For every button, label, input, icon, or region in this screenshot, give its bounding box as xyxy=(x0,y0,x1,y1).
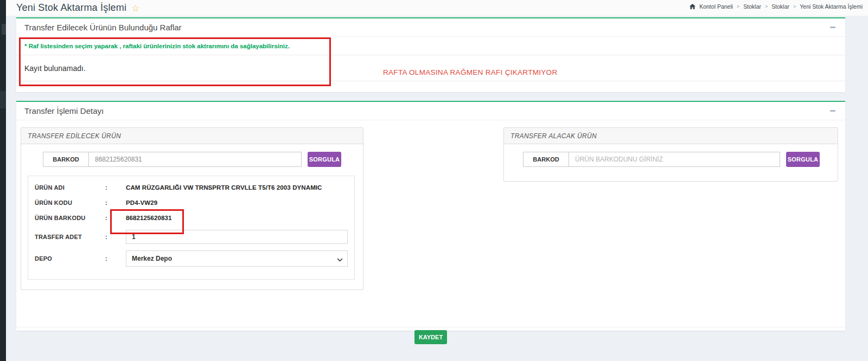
warehouse-row: DEPO : Merkez Depo xyxy=(35,250,348,267)
product-code-row: ÜRÜN KODU : PD4-VW29 xyxy=(35,199,348,206)
breadcrumb-item-stoklar-1[interactable]: Stoklar xyxy=(743,3,761,10)
source-product-details: ÜRÜN ADI : CAM RÜZGARLIĞI VW TRNSPRTR CR… xyxy=(28,176,355,280)
source-barcode-group: BARKOD SORGULA xyxy=(43,152,341,167)
collapse-icon[interactable] xyxy=(828,107,837,115)
product-barcode-label: ÜRÜN BARKODU xyxy=(35,215,105,221)
product-barcode-value: 8682125620831 xyxy=(126,215,171,221)
transfer-detail-body: TRANSFER EDİLECEK ÜRÜN BARKOD SORGULA ÜR… xyxy=(16,120,845,330)
annotation-note: RAFTA OLMASINA RAĞMEN RAFI ÇIKARTMIYOR xyxy=(383,68,557,76)
target-query-button[interactable]: SORGULA xyxy=(786,152,820,167)
breadcrumb-item-current: Yeni Stok Aktarma İşlemi xyxy=(800,3,863,10)
breadcrumb-separator: > xyxy=(793,4,796,9)
breadcrumb-separator: > xyxy=(737,4,739,9)
warehouse-select[interactable]: Merkez Depo xyxy=(126,250,348,267)
shelves-panel: Transfer Edilecek Ürünün Bulunduğu Rafla… xyxy=(16,17,845,92)
colon-separator: : xyxy=(105,234,126,240)
source-product-panel: TRANSFER EDİLECEK ÜRÜN BARKOD SORGULA ÜR… xyxy=(21,127,363,290)
breadcrumb-item-stoklar-2[interactable]: Stoklar xyxy=(771,3,789,10)
transfer-qty-row: TRASFER ADET : xyxy=(35,230,348,244)
collapse-icon[interactable] xyxy=(828,23,837,32)
target-barcode-label: BARKOD xyxy=(523,152,569,167)
transfer-detail-panel-header: Transfer İşlemi Detayı xyxy=(16,102,845,120)
colon-separator: : xyxy=(105,255,126,262)
warehouse-label: DEPO xyxy=(35,255,105,262)
product-code-value: PD4-VW29 xyxy=(126,199,157,206)
breadcrumb-separator: > xyxy=(765,4,768,9)
footer-divider xyxy=(16,327,845,327)
shelves-panel-title: Transfer Edilecek Ürünün Bulunduğu Rafla… xyxy=(24,23,182,32)
source-query-button[interactable]: SORGULA xyxy=(308,152,341,167)
product-name-row: ÜRÜN ADI : CAM RÜZGARLIĞI VW TRNSPRTR CR… xyxy=(35,184,348,191)
target-product-panel-title: TRANSFER ALACAK ÜRÜN xyxy=(504,128,838,144)
breadcrumb-item-home[interactable]: Kontol Paneli xyxy=(699,3,733,10)
sidebar-item[interactable] xyxy=(0,91,6,108)
home-icon xyxy=(690,4,695,9)
source-barcode-input[interactable] xyxy=(88,152,302,167)
transfer-qty-label: TRASFER ADET xyxy=(35,234,105,240)
sidebar-active-item[interactable] xyxy=(2,24,6,35)
transfer-qty-input[interactable] xyxy=(126,230,348,244)
breadcrumb: Kontol Paneli > Stoklar > Stoklar > Yeni… xyxy=(690,3,863,10)
page-title-text: Yeni Stok Aktarma İşlemi xyxy=(16,2,126,14)
product-name-value: CAM RÜZGARLIĞI VW TRNSPRTR CRVLLE T5/T6 … xyxy=(126,184,322,191)
colon-separator: : xyxy=(105,184,126,191)
shelves-panel-header: Transfer Edilecek Ürünün Bulunduğu Rafla… xyxy=(16,18,845,37)
target-product-panel: TRANSFER ALACAK ÜRÜN BARKOD SORGULA xyxy=(503,127,838,182)
source-product-panel-title: TRANSFER EDİLECEK ÜRÜN xyxy=(21,128,363,144)
colon-separator: : xyxy=(105,199,126,206)
product-code-label: ÜRÜN KODU xyxy=(35,199,105,206)
source-barcode-label: BARKOD xyxy=(43,152,89,167)
transfer-detail-panel: Transfer İşlemi Detayı TRANSFER EDİLECEK… xyxy=(16,101,845,331)
product-name-label: ÜRÜN ADI xyxy=(35,184,105,191)
transfer-detail-panel-title: Transfer İşlemi Detayı xyxy=(24,106,104,115)
page-title: Yeni Stok Aktarma İşlemi ☆ xyxy=(16,2,140,14)
favorite-star-icon[interactable]: ☆ xyxy=(131,3,139,13)
product-barcode-row: ÜRÜN BARKODU : 8682125620831 xyxy=(35,215,348,221)
save-button[interactable]: KAYDET xyxy=(414,330,447,344)
shelf-selection-note: * Raf listesinden seçim yaparak , raftak… xyxy=(16,37,845,55)
colon-separator: : xyxy=(105,215,126,221)
target-barcode-input[interactable] xyxy=(569,152,780,167)
target-barcode-group: BARKOD SORGULA xyxy=(523,152,820,167)
collapsed-sidebar[interactable] xyxy=(0,0,6,361)
